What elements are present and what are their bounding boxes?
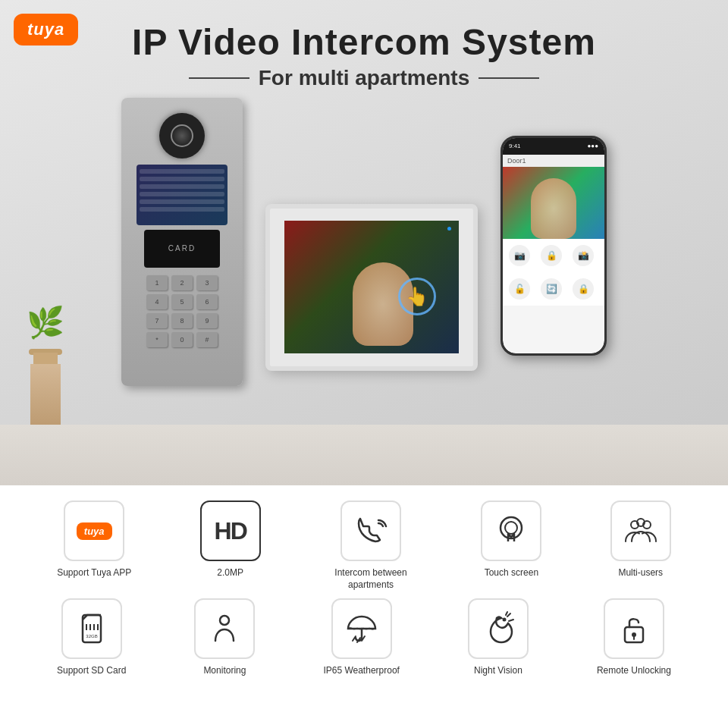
feature-tuya-app-label: Support Tuya APP [57,567,131,579]
phone-controls-row1: 📷 🔒 📸 [503,239,604,272]
key-7: 7 [146,313,168,328]
screen-content [136,165,228,225]
touch-hand-icon: 👆 [406,286,428,307]
svg-point-17 [502,618,506,622]
feature-multi-users: Multi-users [610,500,671,591]
feature-weatherproof: IP65 Weatherproof [323,598,400,677]
feature-sd-card-label: Support SD Card [57,665,126,677]
touch-icon-box [481,500,541,561]
phone-screen: 9:41 ●●● Door1 📷 🔒 📸 🔓 🔄 🔒 [503,138,604,353]
phone-unlock-btn[interactable]: 🔓 [509,278,530,300]
feature-weatherproof-label: IP65 Weatherproof [323,665,400,677]
feature-hd: HD 2.0MP [200,500,261,591]
feature-intercom: Intercom between apartments [329,500,413,591]
sd-card-icon: 32GB [61,598,122,659]
features-section: tuya Support Tuya APP HD 2.0MP Intercom … [0,485,728,728]
phone-controls-row2: 🔓 🔄 🔒 [503,272,604,306]
feature-sd-card: 32GB Support SD Card [57,598,126,677]
feature-monitoring: Monitoring [194,598,255,677]
key-4: 4 [146,294,168,309]
key-9: 9 [196,313,218,328]
feature-remote-unlocking: Remote Unlocking [597,598,671,677]
camera-area [159,113,205,158]
phone-snapshot-btn[interactable]: 📸 [573,245,594,266]
phone-top-bar: 9:41 ●●● [503,138,604,155]
tuya-logo-text: tuya [27,20,64,39]
feature-night-vision-label: Night Vision [474,665,522,677]
monitoring-icon [194,598,255,659]
features-row-1: tuya Support Tuya APP HD 2.0MP Intercom … [23,500,705,591]
sd-svg: 32GB [74,610,110,647]
features-row-2: 32GB Support SD Card Monitoring [23,598,705,677]
svg-point-2 [500,517,522,538]
phone-signal: ●●● [588,143,599,149]
multi-users-icon [610,500,671,561]
phone-door-header: Door1 [503,155,604,167]
products-row: CARD 1 2 3 4 5 6 7 8 9 * 0 # 👆 [0,98,728,386]
phone-lock-btn[interactable]: 🔒 [541,245,562,266]
phone-preview [503,167,604,239]
door-station: CARD 1 2 3 4 5 6 7 8 9 * 0 # [121,98,243,386]
key-hash: # [196,332,218,347]
hero-section: tuya 🌿 IP Video Intercom System For mult… [0,0,728,485]
feature-monitoring-label: Monitoring [203,665,246,677]
camera-lens [171,124,193,147]
svg-line-19 [509,620,513,621]
key-0: 0 [171,332,193,347]
key-6: 6 [196,294,218,309]
key-star: * [146,332,168,347]
night-vision-icon [468,598,529,659]
key-1: 1 [146,275,168,290]
phone-intercom-svg [353,513,389,549]
feature-tuya-app: tuya Support Tuya APP [57,500,131,591]
feature-intercom-label: Intercom between apartments [329,567,413,591]
hd-icon: HD [200,500,261,561]
phone-status: 9:41 [509,143,521,149]
feature-touch-label: Touch screen [485,567,538,579]
svg-point-3 [505,522,517,534]
phone-preview-person [531,178,576,239]
umbrella-svg [344,610,380,647]
intercom-icon [340,500,401,561]
keypad: 1 2 3 4 5 6 7 8 9 * 0 # [146,275,218,347]
key-5: 5 [171,294,193,309]
svg-line-18 [507,613,510,617]
sub-title: For multi apartments [132,66,596,90]
feature-multi-users-label: Multi-users [618,567,663,579]
svg-text:32GB: 32GB [86,634,97,639]
phone-extra-btn[interactable]: 🔒 [573,278,594,300]
smartphone: 9:41 ●●● Door1 📷 🔒 📸 🔓 🔄 🔒 [500,136,607,356]
tuya-app-logo: tuya [77,522,112,540]
card-label: CARD [168,244,196,253]
door-label: Door1 [507,157,526,165]
touch-svg [493,513,529,549]
key-2: 2 [171,275,193,290]
feature-night-vision: Night Vision [468,598,529,677]
unlock-svg [616,610,652,647]
touch-icon-overlay: 👆 [398,278,436,315]
phone-camera-btn[interactable]: 📷 [509,245,530,266]
phone-refresh-btn[interactable]: 🔄 [541,278,562,300]
feature-remote-unlocking-label: Remote Unlocking [597,665,671,677]
users-svg [623,513,659,549]
weatherproof-icon [331,598,392,659]
key-3: 3 [196,275,218,290]
feature-touch: Touch screen [481,500,541,591]
hero-title: IP Video Intercom System For multi apart… [132,23,596,90]
moon-svg [480,610,516,647]
monitor-screen: 👆 [284,221,459,353]
key-8: 8 [171,313,193,328]
feature-hd-label: 2.0MP [217,567,243,579]
tuya-app-icon: tuya [64,500,124,561]
svg-line-20 [506,612,507,615]
tuya-logo-badge: tuya [14,14,78,46]
monitor-dot [447,227,451,231]
door-station-screen [136,165,228,225]
main-title: IP Video Intercom System [132,23,596,63]
desk-surface [0,425,728,485]
indoor-monitor: 👆 [265,204,478,371]
card-reader: CARD [144,230,220,268]
remote-unlocking-icon [604,598,664,659]
svg-point-13 [220,616,229,625]
person-svg [206,610,243,647]
